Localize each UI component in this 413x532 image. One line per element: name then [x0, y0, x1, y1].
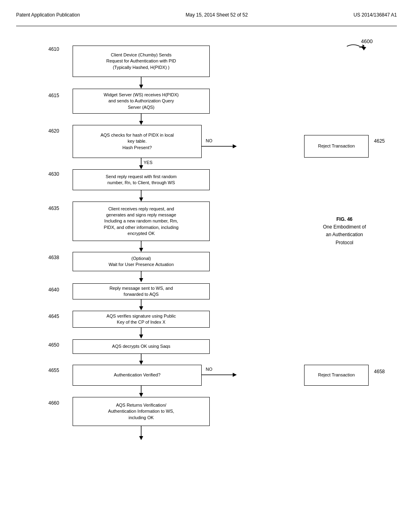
svg-marker-11 — [139, 248, 143, 252]
svg-marker-7 — [139, 165, 143, 169]
label-4655: 4655 — [48, 368, 59, 373]
label-4630: 4630 — [48, 171, 59, 177]
label-4625: 4625 — [374, 138, 385, 144]
svg-text:NO: NO — [206, 138, 213, 143]
svg-marker-15 — [139, 306, 143, 310]
svg-marker-19 — [139, 361, 143, 365]
header-center: May 15, 2014 Sheet 52 of 52 — [186, 12, 248, 18]
label-4620: 4620 — [48, 128, 59, 134]
svg-marker-5 — [233, 144, 237, 148]
label-4650: 4650 — [48, 342, 59, 348]
fig-number: FIG. 46 — [304, 216, 385, 223]
svg-marker-13 — [139, 278, 143, 282]
svg-marker-17 — [139, 335, 143, 339]
svg-marker-3 — [139, 121, 143, 125]
box-4615: Widget Server (WS) receives H(PIDX) and … — [73, 89, 210, 114]
page: Patent Application Publication May 15, 2… — [0, 0, 413, 532]
label-4610: 4610 — [48, 46, 59, 52]
box-4645: AQS verifies signature using Public Key … — [73, 311, 210, 328]
fig-title-line2: an Authentication — [304, 231, 385, 239]
box-4655: Authentication Verified? — [73, 365, 202, 386]
label-4660: 4660 — [48, 400, 59, 406]
svg-text:YES: YES — [144, 160, 152, 165]
box-4640: Reply message sent to WS, and forwarded … — [73, 283, 210, 299]
svg-marker-9 — [139, 197, 143, 202]
flow-container: NO NO YES 4610 Client Device (Chumby) Se… — [16, 38, 397, 482]
fig-title-line3: Protocol — [304, 239, 385, 247]
box-4610: Client Device (Chumby) Sends Request for… — [73, 46, 210, 77]
box-4625: Reject Transaction — [304, 135, 369, 158]
svg-marker-23 — [139, 393, 143, 397]
label-4658: 4658 — [374, 369, 385, 374]
label-4638: 4638 — [48, 255, 59, 260]
header-right: US 2014/136847 A1 — [354, 12, 397, 18]
diagram-area: 4600 ↙ — [16, 38, 397, 482]
box-4658: Reject Transaction — [304, 365, 369, 386]
box-4638: (Optional) Wait for User Presence Actuat… — [73, 252, 210, 271]
fig-caption: FIG. 46 One Embodiment of an Authenticat… — [304, 216, 385, 247]
svg-marker-25 — [139, 436, 143, 440]
label-4635: 4635 — [48, 206, 59, 211]
svg-text:NO: NO — [206, 367, 213, 372]
label-4615: 4615 — [48, 93, 59, 98]
svg-marker-1 — [139, 85, 143, 89]
box-4660: AQS Returns Verification/ Authentication… — [73, 397, 210, 426]
box-4650: AQS decrypts OK using Saqs — [73, 339, 210, 354]
box-4635: Client receives reply request, and gener… — [73, 202, 210, 241]
svg-marker-29 — [361, 46, 366, 50]
page-header: Patent Application Publication May 15, 2… — [16, 8, 397, 26]
header-left: Patent Application Publication — [16, 12, 80, 18]
box-4620: AQS checks for hash of PIDX in local key… — [73, 125, 202, 158]
box-4630: Send reply request with first random num… — [73, 169, 210, 190]
label-4645: 4645 — [48, 314, 59, 319]
label-4640: 4640 — [48, 287, 59, 293]
svg-marker-21 — [233, 373, 237, 377]
fig-title-line1: One Embodiment of — [304, 223, 385, 231]
